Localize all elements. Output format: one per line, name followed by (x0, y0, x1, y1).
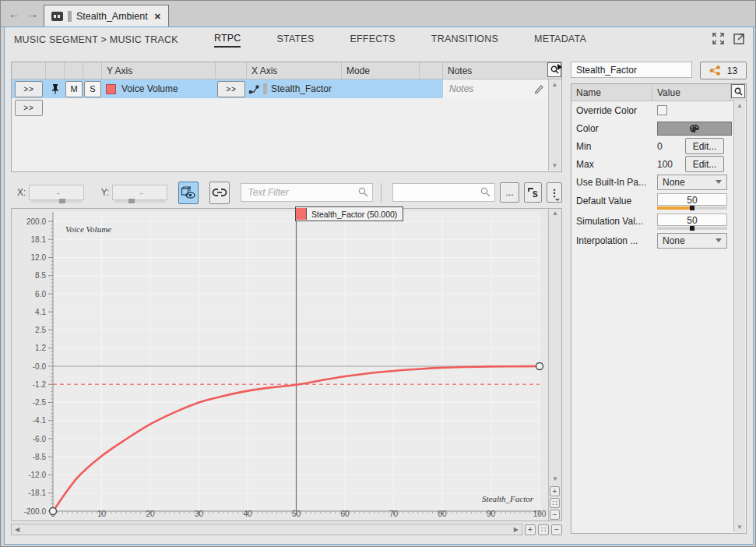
zoom-fit-vertical-button[interactable]: ∷ (550, 498, 560, 508)
default-value-control[interactable]: 50 (657, 193, 727, 210)
x-coordinate-field[interactable] (29, 185, 83, 200)
x-mini-slider-handle[interactable] (59, 199, 65, 203)
built-in-param-dropdown[interactable]: None (657, 175, 727, 190)
maximize-view-icon[interactable] (712, 33, 724, 44)
property-row-interpolation: Interpolation ... None (571, 231, 746, 249)
y-mini-slider-handle[interactable] (128, 199, 135, 203)
popout-view-icon[interactable] (733, 33, 745, 44)
zoom-out-horizontal-button[interactable]: − (551, 524, 562, 535)
document-tab-title: Stealth_Ambient (76, 11, 148, 22)
rtpc-graph-panel[interactable]: 200.018.112.08.56.04.12.51.2-0.0-1.2-2.5… (11, 208, 562, 521)
zoom-in-horizontal-button[interactable]: + (525, 524, 536, 535)
scroll-up-icon[interactable]: ▲ (549, 210, 561, 217)
back-button[interactable]: ← (5, 6, 23, 22)
tab-transitions[interactable]: TRANSITIONS (431, 34, 498, 47)
breadcrumb[interactable]: MUSIC SEGMENT > MUSIC TRACK (14, 34, 178, 45)
zoom-fit-horizontal-button[interactable]: ∷ (538, 524, 549, 535)
tab-metadata[interactable]: METADATA (534, 34, 586, 47)
search-input[interactable] (393, 187, 539, 198)
new-row-expand-button[interactable]: >> (15, 100, 43, 116)
svg-text:40: 40 (243, 510, 252, 518)
min-edit-button[interactable]: Edit... (685, 138, 724, 154)
game-parameter-panel: 13 Name Value Override Color Color (569, 62, 748, 534)
legend-label: Stealth_Factor (50.000) (311, 210, 397, 219)
simulation-value-input[interactable]: 50 (657, 214, 727, 226)
scroll-up-icon[interactable]: ▲ (552, 79, 558, 90)
svg-text:-0.0: -0.0 (33, 362, 47, 371)
show-object-curves-toggle[interactable] (178, 182, 199, 204)
mute-button[interactable]: M (65, 81, 83, 97)
default-value-slider-handle[interactable] (690, 206, 694, 210)
y-coordinate-input[interactable] (113, 185, 169, 201)
pin-icon[interactable] (51, 83, 60, 94)
properties-scrollbar[interactable]: ▲ ▼ (733, 101, 745, 532)
references-button[interactable]: 13 (700, 62, 747, 79)
graph-toolbar: X: Y: (11, 178, 562, 206)
column-header-x-axis[interactable]: X Axis (247, 62, 342, 79)
game-parameter-curve-icon (249, 84, 259, 94)
column-header-value[interactable]: Value (652, 84, 731, 101)
interpolation-dropdown[interactable]: None (657, 233, 727, 249)
cursor-legend[interactable]: Stealth_Factor (50.000) (295, 206, 403, 221)
zoom-out-vertical-button[interactable]: − (550, 510, 560, 520)
rtpc-table-scrollbar[interactable]: ▲ ▼ (548, 79, 561, 171)
close-tab-icon[interactable]: ✕ (154, 12, 161, 22)
panel-splitter-arrow-icon[interactable] (557, 64, 562, 70)
column-header-notes[interactable]: Notes (443, 62, 547, 79)
rtpc-new-row: >> (12, 98, 561, 117)
tab-states[interactable]: STATES (276, 34, 314, 47)
svg-text:2.5: 2.5 (35, 326, 46, 334)
object-name-input[interactable] (571, 62, 691, 77)
svg-text:6.0: 6.0 (35, 290, 46, 298)
search-field[interactable] (392, 183, 495, 202)
column-header-mode[interactable]: Mode (342, 62, 420, 79)
scroll-up-icon[interactable]: ▲ (734, 102, 745, 109)
object-name-field[interactable] (571, 62, 692, 78)
hscroll-track[interactable]: ◀ ▶ (11, 524, 522, 535)
solo-button[interactable]: S (84, 81, 101, 97)
x-coordinate-label: X: (17, 187, 26, 198)
property-row-simulation-value: Simulation Val... 50 (571, 211, 746, 231)
edit-notes-pencil-icon[interactable] (533, 83, 544, 94)
column-header-name[interactable]: Name (571, 84, 652, 101)
column-header-y-axis[interactable]: Y Axis (102, 62, 216, 79)
min-value: 0 (657, 141, 663, 152)
rtpc-curve-chart[interactable]: 200.018.112.08.56.04.12.51.2-0.0-1.2-2.5… (12, 209, 549, 521)
x-coordinate-input[interactable] (30, 185, 86, 201)
scroll-down-icon[interactable]: ▼ (549, 475, 561, 482)
color-picker-button[interactable] (657, 122, 732, 136)
graph-horizontal-scrollbar[interactable]: ◀ ▶ + ∷ − (11, 523, 562, 536)
scroll-left-icon[interactable]: ◀ (15, 526, 19, 533)
scroll-down-icon[interactable]: ▼ (552, 161, 558, 171)
graph-vertical-scrollbar[interactable]: ▲ ▼ + ∷ − (548, 209, 561, 521)
y-coordinate-field[interactable] (112, 185, 167, 200)
tab-effects[interactable]: EFFECTS (350, 34, 395, 47)
link-curves-button[interactable] (209, 182, 230, 204)
rtpc-row-voice-volume[interactable]: >> M S Voice Volume >> Stealth_Factor (12, 79, 561, 98)
y-axis-property-name[interactable]: Voice Volume (121, 83, 178, 94)
x-axis-parameter-name[interactable]: Stealth_Factor (271, 83, 332, 94)
scroll-right-icon[interactable]: ▶ (514, 526, 519, 533)
notes-placeholder[interactable]: Notes (449, 83, 473, 94)
rtpc-table-header: Y Axis X Axis Mode Notes (12, 62, 561, 79)
forward-button[interactable]: → (24, 6, 41, 22)
override-color-checkbox[interactable] (657, 105, 667, 115)
scroll-down-icon[interactable]: ▼ (734, 524, 745, 531)
search-icon (480, 187, 491, 197)
x-axis-expand-button[interactable]: >> (217, 81, 245, 97)
text-filter-field[interactable] (241, 183, 373, 202)
svg-text:80: 80 (438, 510, 447, 518)
svg-text:70: 70 (389, 510, 399, 518)
menu-button[interactable]: ⋮ (547, 182, 562, 203)
properties-search-button[interactable] (731, 84, 745, 98)
property-row-built-in-param: Use Built-In Pa... None (571, 173, 746, 191)
simulation-value-slider-handle[interactable] (690, 226, 694, 231)
row-expand-button[interactable]: >> (15, 81, 43, 97)
max-edit-button[interactable]: Edit... (685, 156, 724, 172)
zoom-in-vertical-button[interactable]: + (550, 486, 560, 496)
simulation-value-control[interactable]: 50 (657, 214, 727, 230)
default-value-input[interactable]: 50 (657, 193, 727, 206)
curve-color-swatch[interactable] (106, 84, 116, 94)
tab-rtpc[interactable]: RTPC (214, 33, 241, 48)
document-tab[interactable]: Stealth_Ambient ✕ (44, 5, 169, 27)
